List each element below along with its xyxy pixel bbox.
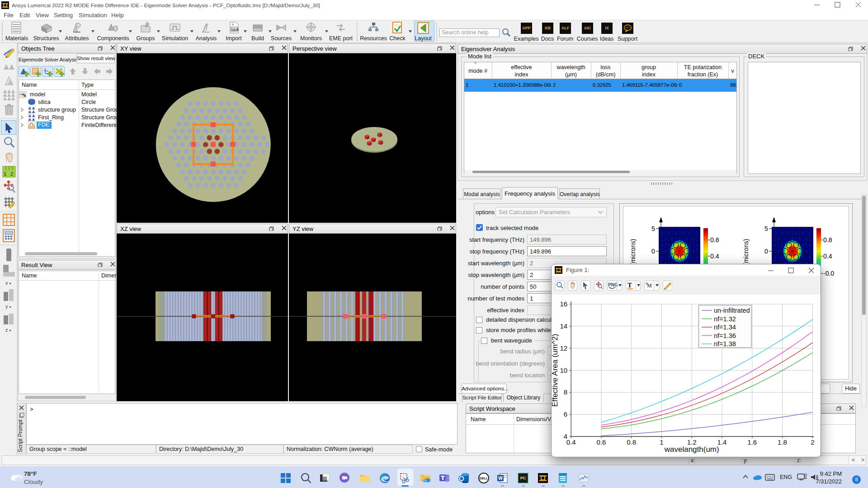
svg-text:0.8: 0.8: [627, 438, 636, 446]
svg-text:wavelangth(um): wavelangth(um): [664, 445, 719, 454]
svg-text:1: 1: [4, 171, 6, 177]
svg-text:2: 2: [811, 438, 814, 446]
svg-text:GDS: GDS: [231, 28, 239, 32]
svg-text:8: 8: [564, 388, 567, 396]
svg-text:W: W: [498, 476, 503, 481]
svg-text:Effective Area (um^2): Effective Area (um^2): [551, 334, 559, 407]
svg-text:0: 0: [651, 248, 655, 255]
svg-text:nf=1.34: nf=1.34: [714, 324, 736, 331]
svg-text:10: 10: [560, 366, 568, 374]
svg-text:4: 4: [564, 432, 567, 440]
svg-text:5: 5: [651, 225, 655, 232]
svg-text:0.8: 0.8: [710, 236, 719, 244]
svg-text:nf=1.36: nf=1.36: [714, 332, 736, 339]
svg-text:14: 14: [560, 322, 568, 330]
svg-text:0.8: 0.8: [823, 236, 832, 244]
svg-text:1.8: 1.8: [778, 438, 787, 446]
svg-text:2: 2: [10, 171, 13, 177]
svg-text:(microns): (microns): [629, 239, 637, 265]
svg-text:nf=1.38: nf=1.38: [714, 340, 736, 347]
svg-text:-0.0: -0.0: [823, 270, 834, 277]
svg-text:PC: PC: [520, 476, 526, 480]
svg-text:M: M: [647, 282, 652, 289]
svg-text:nf=1.32: nf=1.32: [714, 315, 736, 323]
svg-text:f: f: [206, 23, 208, 31]
svg-text:DELL: DELL: [480, 477, 488, 480]
svg-text:1.6: 1.6: [747, 438, 757, 446]
svg-text:16: 16: [560, 300, 568, 308]
svg-text:un-infiltrated: un-infiltrated: [714, 307, 750, 314]
svg-text:1: 1: [660, 438, 663, 446]
svg-text:0.4: 0.4: [566, 438, 576, 446]
svg-text:0: 0: [764, 248, 768, 255]
svg-text:T: T: [627, 282, 632, 289]
svg-text:6: 6: [564, 410, 567, 418]
svg-text:0.4: 0.4: [710, 253, 719, 260]
svg-text:(microns): (microns): [742, 239, 750, 265]
svg-text:0.6: 0.6: [597, 438, 606, 446]
svg-text:0.4: 0.4: [823, 253, 832, 260]
svg-text:12: 12: [560, 344, 568, 352]
svg-text:5: 5: [764, 225, 768, 232]
